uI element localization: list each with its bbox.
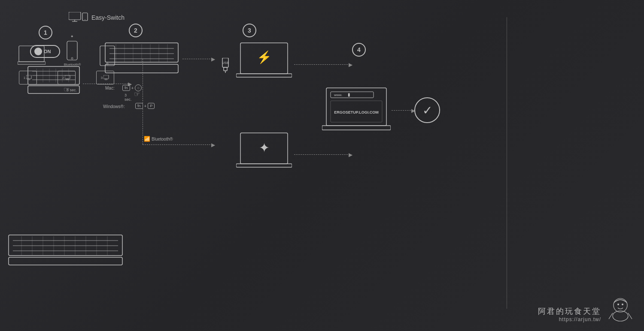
svg-text:ERGOSETUP.LOGI.COM: ERGOSETUP.LOGI.COM [334, 110, 378, 114]
svg-point-72 [614, 298, 627, 312]
www-laptop-icon: www. ▮ ERGOSETUP.LOGI.COM [322, 86, 391, 135]
svg-text:www.: www. [334, 93, 342, 97]
check-circle: ✓ [414, 97, 440, 123]
arrow-bt: ▶ [211, 142, 215, 148]
svg-point-74 [622, 304, 623, 305]
arrow-usb: ▶ [211, 56, 215, 62]
svg-text:▮: ▮ [348, 92, 350, 97]
win-plus: + [144, 104, 147, 108]
svg-text:✦: ✦ [259, 141, 270, 155]
dashed-bt-v [143, 59, 143, 144]
svg-rect-51 [26, 75, 31, 79]
svg-rect-46 [18, 62, 46, 64]
usb-icon: USB [219, 58, 232, 73]
svg-text:⚡: ⚡ [257, 50, 272, 64]
dashed-step3-step4 [294, 64, 350, 65]
phone-icon-right [66, 40, 78, 61]
switch-btn-1[interactable]: 1 [19, 71, 37, 84]
dashed-usb-line [182, 59, 213, 59]
svg-point-73 [617, 304, 619, 305]
easy-switch-panel: Easy-Switch ✦ Bluetooth® [0, 0, 137, 331]
monitor-icon-header [69, 12, 88, 23]
svg-rect-34 [322, 126, 391, 130]
step-3-circle: 3 [243, 24, 256, 37]
svg-rect-57 [9, 235, 122, 256]
svg-rect-55 [103, 75, 109, 79]
keyboard-icon-right [6, 233, 125, 267]
svg-rect-40 [69, 12, 81, 20]
easy-switch-header: Easy-Switch [69, 12, 125, 23]
arrow-bt-step4: ▶ [349, 152, 352, 158]
usb-laptop-icon: ⚡ [236, 41, 292, 84]
svg-rect-28 [236, 74, 292, 77]
bluetooth-label-step2: 📶 Bluetooth® [144, 136, 173, 142]
dashed-bt-h [143, 144, 213, 145]
svg-rect-45 [19, 46, 44, 62]
svg-point-48 [71, 57, 73, 59]
watermark-url: https://arjun.tw/ [538, 316, 601, 322]
switch-btn-2[interactable]: 2 ☞ [58, 71, 76, 84]
bt-laptop-icon: ✦ [236, 131, 292, 174]
section-divider [507, 17, 507, 309]
svg-rect-49 [100, 46, 115, 66]
svg-rect-24 [224, 67, 227, 71]
svg-point-50 [106, 63, 108, 65]
switch-btn-3[interactable]: 3 [96, 71, 114, 84]
bluetooth-label-right: Bluetooth® [64, 63, 81, 66]
laptop-icon-right [18, 45, 46, 66]
svg-line-76 [628, 313, 632, 319]
step-4-circle: 4 [352, 43, 366, 57]
tablet-icon-right [99, 45, 115, 66]
bt-icon-right: ✦ [70, 34, 74, 39]
svg-text:USB: USB [222, 61, 229, 65]
main-container: 1 ON [0, 0, 644, 331]
svg-rect-47 [67, 41, 77, 60]
watermark-chinese: 阿君的玩食天堂 [538, 306, 601, 316]
svg-rect-31 [236, 164, 292, 167]
watermark: 阿君的玩食天堂 https://arjun.tw/ [538, 284, 635, 322]
svg-line-75 [609, 313, 613, 319]
svg-rect-53 [65, 75, 70, 79]
easy-switch-title: Easy-Switch [91, 14, 125, 21]
dashed-bt-step4 [294, 154, 350, 155]
cartoon-character [605, 284, 635, 322]
dashed-to-check [392, 110, 413, 111]
arrow-step3-step4: ▶ [349, 62, 352, 68]
svg-rect-58 [9, 257, 122, 265]
three-sec-label: 3 sec. [67, 88, 77, 92]
win-p-key: P [148, 103, 155, 109]
